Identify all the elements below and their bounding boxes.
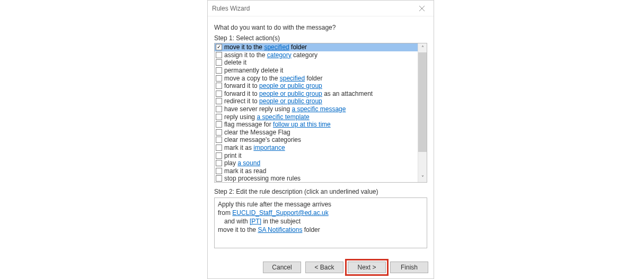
action-text-part: delete it [224, 59, 246, 66]
action-text-part: category [292, 51, 317, 59]
action-checkbox[interactable] [216, 168, 222, 174]
action-row[interactable]: forward it to people or public group as … [215, 90, 418, 98]
action-row[interactable]: delete it [215, 59, 418, 67]
action-row[interactable]: move it to the specified folder [215, 43, 418, 51]
action-text-part: move a copy to the [224, 75, 280, 82]
action-row[interactable]: reply using a specific template [215, 113, 418, 121]
action-label: flag message for follow up at this time [224, 121, 331, 128]
action-row[interactable]: forward it to people or public group [215, 82, 418, 90]
action-value-link[interactable]: category [267, 51, 292, 59]
action-text-part: clear the Message Flag [224, 129, 290, 136]
rules-wizard-dialog: Rules Wizard What do you want to do with… [207, 0, 434, 279]
action-checkbox[interactable] [216, 83, 222, 89]
finish-button[interactable]: Finish [390, 262, 428, 273]
action-value-link[interactable]: people or public group [259, 90, 322, 97]
action-checkbox[interactable] [216, 175, 222, 182]
action-text-part: redirect it to [224, 97, 259, 105]
action-row[interactable]: mark it as importance [215, 144, 418, 152]
action-value-link[interactable]: specified [264, 43, 289, 51]
action-row[interactable]: flag message for follow up at this time [215, 121, 418, 129]
action-checkbox[interactable] [216, 44, 222, 50]
scroll-up-arrow-icon[interactable]: ˄ [418, 43, 427, 52]
action-value-link[interactable]: a sound [237, 159, 260, 167]
action-label: print it [224, 152, 242, 159]
action-label: play a sound [224, 159, 260, 167]
action-label: clear message's categories [224, 136, 301, 143]
action-checkbox[interactable] [216, 59, 222, 66]
action-checkbox[interactable] [216, 121, 222, 128]
scroll-thumb[interactable] [418, 52, 427, 152]
close-icon [419, 6, 425, 11]
action-checkbox[interactable] [216, 106, 222, 112]
action-checkbox[interactable] [216, 145, 222, 151]
action-row[interactable]: stop processing more rules [215, 175, 418, 182]
action-value-link[interactable]: a specific template [257, 113, 309, 121]
action-value-link[interactable]: specified [280, 75, 305, 82]
action-row[interactable]: move a copy to the specified folder [215, 74, 418, 82]
action-label: mark it as importance [224, 144, 285, 151]
action-row[interactable]: play a sound [215, 159, 418, 167]
action-text-part: forward it to [224, 82, 259, 89]
action-checkbox[interactable] [216, 129, 222, 136]
action-checkbox[interactable] [216, 160, 222, 166]
action-checkbox[interactable] [216, 137, 222, 143]
folder-value-link[interactable]: SA Notifications [258, 226, 302, 233]
scrollbar[interactable]: ˄ ˅ [418, 43, 427, 182]
action-label: reply using a specific template [224, 113, 310, 121]
scroll-down-arrow-icon[interactable]: ˅ [418, 173, 427, 182]
action-label: move a copy to the specified folder [224, 75, 322, 82]
action-checkbox[interactable] [216, 91, 222, 97]
desc-line-2: from EUCLID_Staff_Support@ed.ac.uk [218, 209, 424, 217]
subject-value-link[interactable]: [PT] [250, 218, 261, 225]
desc-line-3-suffix: in the subject [261, 218, 301, 225]
action-text-part: stop processing more rules [224, 175, 301, 182]
close-button[interactable] [414, 1, 429, 16]
action-text-part: permanently delete it [224, 67, 283, 74]
actions-list[interactable]: move it to the specified folderassign it… [215, 43, 418, 182]
action-row[interactable]: permanently delete it [215, 67, 418, 75]
action-text-part: assign it to the [224, 51, 267, 59]
desc-line-4-suffix: folder [302, 226, 320, 233]
action-label: move it to the specified folder [224, 43, 307, 51]
action-checkbox[interactable] [216, 98, 222, 104]
titlebar: Rules Wizard [208, 1, 434, 16]
dialog-content: What do you want to do with the message?… [208, 16, 434, 248]
back-button[interactable]: < Back [305, 262, 343, 273]
action-checkbox[interactable] [216, 52, 222, 58]
action-label: permanently delete it [224, 67, 283, 74]
action-label: redirect it to people or public group [224, 97, 322, 105]
action-value-link[interactable]: a specific message [292, 105, 346, 113]
action-row[interactable]: mark it as read [215, 167, 418, 175]
action-checkbox[interactable] [216, 75, 222, 82]
action-text-part: as an attachment [322, 90, 373, 97]
action-checkbox[interactable] [216, 152, 222, 159]
action-row[interactable]: clear message's categories [215, 136, 418, 144]
rule-description-box: Apply this rule after the message arrive… [214, 197, 427, 248]
desc-line-1: Apply this rule after the message arrive… [218, 200, 424, 209]
action-label: clear the Message Flag [224, 129, 290, 136]
action-text-part: mark it as read [224, 167, 266, 175]
action-value-link[interactable]: importance [253, 144, 285, 151]
cancel-button[interactable]: Cancel [263, 262, 301, 273]
action-value-link[interactable]: people or public group [259, 82, 322, 89]
action-row[interactable]: clear the Message Flag [215, 129, 418, 137]
action-value-link[interactable]: follow up at this time [273, 121, 331, 128]
action-value-link[interactable]: people or public group [259, 97, 322, 105]
action-row[interactable]: assign it to the category category [215, 51, 418, 59]
scroll-track[interactable] [418, 152, 427, 173]
action-label: mark it as read [224, 167, 266, 175]
dialog-title: Rules Wizard [212, 5, 250, 12]
action-label: assign it to the category category [224, 51, 317, 59]
button-bar: Cancel < Back Next > Finish [263, 262, 428, 273]
action-row[interactable]: redirect it to people or public group [215, 97, 418, 105]
action-text-part: clear message's categories [224, 136, 301, 143]
action-checkbox[interactable] [216, 114, 222, 120]
action-text-part: folder [305, 75, 322, 82]
action-checkbox[interactable] [216, 67, 222, 74]
from-address-link[interactable]: EUCLID_Staff_Support@ed.ac.uk [232, 209, 328, 217]
action-label: forward it to people or public group [224, 82, 322, 89]
action-row[interactable]: print it [215, 151, 418, 159]
action-text-part: have server reply using [224, 105, 292, 113]
next-button[interactable]: Next > [348, 262, 386, 273]
action-row[interactable]: have server reply using a specific messa… [215, 105, 418, 113]
